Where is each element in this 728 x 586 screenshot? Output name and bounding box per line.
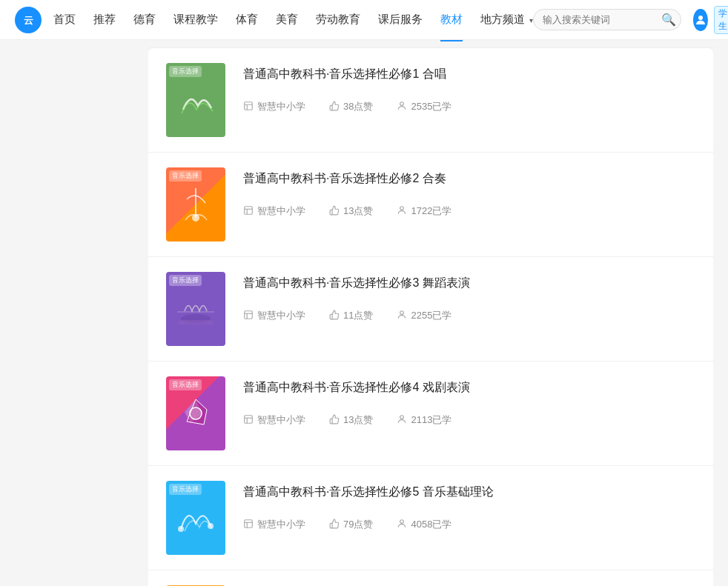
org-icon-2 — [243, 205, 254, 218]
search-box[interactable]: 🔍 — [533, 9, 681, 30]
book-likes-2: 13点赞 — [329, 204, 373, 218]
student-icon-2 — [397, 205, 407, 218]
nav-home[interactable]: 首页 — [53, 10, 76, 30]
svg-point-20 — [190, 407, 202, 419]
svg-point-30 — [400, 520, 404, 524]
nav-textbook[interactable]: 教材 — [440, 10, 463, 30]
book-title-3: 普通高中教科书·音乐选择性必修3 舞蹈表演 — [243, 275, 695, 291]
svg-point-2 — [698, 16, 703, 20]
user-role-tag: 学生 — [714, 6, 728, 34]
svg-text:云: 云 — [24, 15, 33, 26]
cover-label-3: 音乐选择 — [169, 275, 202, 286]
students-1: 2535已学 — [411, 100, 451, 113]
user-area[interactable]: 学生 用户5562 — [693, 6, 728, 34]
student-icon-4 — [397, 414, 407, 427]
book-item[interactable]: 音乐选择 普通高中教科书·音乐选择性必修2 合奏 — [148, 153, 713, 257]
svg-point-26 — [208, 523, 214, 529]
student-icon-3 — [397, 310, 407, 322]
thumb-icon-4 — [329, 414, 340, 427]
thumb-icon-3 — [329, 310, 340, 322]
svg-point-11 — [400, 207, 404, 210]
book-item[interactable]: 音乐选择 普通高中教科书·音乐选择性必修3 舞蹈表演 — [148, 257, 713, 362]
logo[interactable]: 云 — [15, 7, 42, 33]
book-title-5: 普通高中教科书·音乐选择性必修5 音乐基础理论 — [243, 484, 695, 500]
org-icon-3 — [243, 310, 254, 322]
svg-rect-14 — [245, 311, 253, 319]
svg-rect-21 — [245, 416, 253, 424]
book-likes-5: 79点赞 — [329, 518, 373, 531]
likes-3: 11点赞 — [343, 309, 373, 322]
org-name-4: 智慧中小学 — [257, 413, 305, 427]
nav-labor[interactable]: 劳动教育 — [316, 10, 360, 30]
book-info-3: 普通高中教科书·音乐选择性必修3 舞蹈表演 智慧中小学 — [243, 272, 695, 322]
nav-recommend[interactable]: 推荐 — [93, 10, 116, 30]
svg-rect-27 — [245, 520, 253, 528]
book-org-3: 智慧中小学 — [243, 309, 305, 322]
book-meta-5: 智慧中小学 79点赞 — [243, 518, 695, 531]
cover-label-1: 音乐选择 — [169, 66, 202, 77]
students-2: 1722已学 — [411, 204, 451, 218]
book-students-5: 4058已学 — [397, 518, 451, 531]
org-name-2: 智慧中小学 — [257, 204, 305, 218]
book-title-1: 普通高中教科书·音乐选择性必修1 合唱 — [243, 66, 695, 82]
book-meta-3: 智慧中小学 11点赞 — [243, 309, 695, 322]
org-icon-4 — [243, 414, 254, 427]
book-students-3: 2255已学 — [397, 309, 451, 322]
book-students-2: 1722已学 — [397, 204, 451, 218]
svg-rect-8 — [245, 207, 253, 215]
search-button[interactable]: 🔍 — [661, 13, 676, 27]
org-icon-5 — [243, 519, 254, 531]
thumb-icon-2 — [329, 205, 340, 218]
nav-moral[interactable]: 德育 — [133, 10, 156, 30]
svg-point-24 — [400, 416, 404, 419]
book-cover-2: 音乐选择 — [166, 167, 225, 242]
book-org-1: 智慧中小学 — [243, 100, 305, 113]
likes-1: 38点赞 — [343, 100, 373, 113]
org-name-1: 智慧中小学 — [257, 100, 305, 113]
org-name-3: 智慧中小学 — [257, 309, 305, 322]
svg-point-6 — [400, 102, 404, 106]
sidebar — [0, 40, 133, 586]
nav-sports[interactable]: 体育 — [236, 10, 258, 30]
book-info-1: 普通高中教科书·音乐选择性必修1 合唱 智慧中小学 — [243, 63, 695, 113]
nav-arts[interactable]: 美育 — [276, 10, 298, 30]
content-area: 音乐选择 普通高中教科书·音乐选择性必修1 合唱 — [133, 40, 728, 586]
book-cover-3: 音乐选择 — [166, 272, 225, 346]
thumb-icon-1 — [329, 101, 340, 113]
svg-rect-12 — [177, 311, 214, 313]
main-nav: 首页 推荐 德育 课程教学 体育 美育 劳动教育 课后服务 教材 地方频道 ▾ — [53, 10, 533, 30]
org-icon — [243, 101, 254, 113]
book-meta-2: 智慧中小学 13点赞 — [243, 204, 695, 218]
students-5: 4058已学 — [411, 518, 451, 531]
book-meta-1: 智慧中小学 38点赞 — [243, 100, 695, 113]
book-org-2: 智慧中小学 — [243, 204, 305, 218]
student-icon-5 — [397, 519, 407, 531]
nav-course[interactable]: 课程教学 — [173, 10, 218, 30]
thumb-icon-5 — [329, 519, 340, 531]
book-title-2: 普通高中教科书·音乐选择性必修2 合奏 — [243, 170, 695, 187]
book-item[interactable]: 音乐选择 普通高中教科书·音乐选择性必修5 音乐基础理论 — [148, 466, 713, 570]
search-input[interactable] — [543, 14, 661, 25]
org-name-5: 智慧中小学 — [257, 518, 305, 531]
likes-5: 79点赞 — [343, 518, 373, 531]
book-item[interactable]: 音乐选择 普通高中教科书·音乐选择性必修1 合唱 — [148, 48, 713, 153]
nav-local[interactable]: 地方频道 ▾ — [480, 10, 533, 30]
book-item[interactable]: 音乐选择 普通高中教科书·音乐选择性必修4 戏剧表演 — [148, 362, 713, 466]
cover-label-2: 音乐选择 — [169, 170, 202, 182]
book-item[interactable]: 音乐选择 普通高中教科书·音乐选择性必修6 视唱练耳 — [148, 570, 713, 586]
book-org-4: 智慧中小学 — [243, 413, 305, 427]
book-cover-5: 音乐选择 — [166, 481, 225, 555]
nav-afterschool[interactable]: 课后服务 — [378, 10, 423, 30]
book-info-5: 普通高中教科书·音乐选择性必修5 音乐基础理论 智慧中小学 — [243, 481, 695, 531]
book-cover-4: 音乐选择 — [166, 376, 225, 450]
book-likes-4: 13点赞 — [329, 413, 373, 427]
book-meta-4: 智慧中小学 13点赞 — [243, 413, 695, 427]
book-students-4: 2113已学 — [397, 413, 451, 427]
students-4: 2113已学 — [411, 413, 451, 427]
cover-label-4: 音乐选择 — [169, 379, 202, 390]
svg-point-17 — [400, 311, 404, 315]
book-likes-1: 38点赞 — [329, 100, 373, 113]
likes-4: 13点赞 — [343, 413, 373, 427]
book-org-5: 智慧中小学 — [243, 518, 305, 531]
svg-point-25 — [178, 526, 184, 532]
